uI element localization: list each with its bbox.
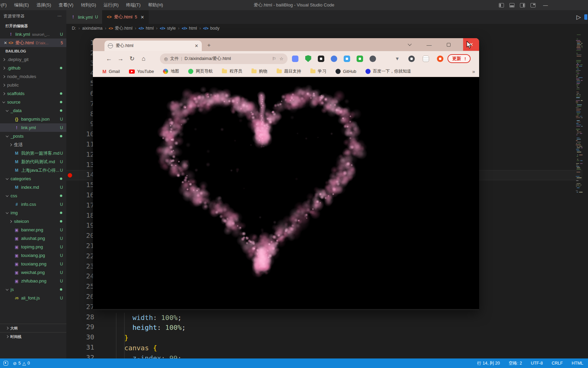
file-tree-item[interactable]: ▣aliushat.pngU [0,234,66,243]
ext-reader-icon[interactable] [343,55,350,62]
bookmark-学习[interactable]: 学习 [310,68,326,74]
customize-layout-icon[interactable] [530,3,536,7]
file-tree-item[interactable]: categories [0,174,66,183]
forward-icon[interactable]: → [115,55,126,62]
menu-7[interactable]: 终端(T) [122,0,144,10]
file-tree-item[interactable]: ▣touxiang.jpgU [0,251,66,260]
breadcrumb-item[interactable]: </>html [138,26,154,31]
breadcrumb-item[interactable]: <>爱心.html [109,26,132,31]
file-tree-item[interactable]: JSali_font.jsU [0,294,66,302]
open-editor-row[interactable]: ✕<>爱心.htmlD:\aix...5 [0,39,66,47]
ext-blue-docs-icon[interactable] [330,55,338,62]
file-tree-item[interactable]: .github [0,64,66,72]
file-tree-item[interactable]: js [0,285,66,294]
site-info-icon[interactable]: ◎ [164,56,168,61]
bookmark-YouTube[interactable]: YouTube [129,69,154,74]
problems-status[interactable]: ⊘ 5 △ 0 [13,361,30,366]
file-tree-item[interactable]: public [0,81,66,89]
outline-panel-header[interactable]: 大纲 [0,324,66,332]
file-tree-item[interactable]: siteicon [0,217,66,226]
menu-3[interactable]: 选择(S) [33,0,55,10]
bookmarks-overflow-icon[interactable]: » [472,68,474,74]
tab-close-icon[interactable]: ✕ [195,43,198,48]
file-tree-item[interactable]: ▣zhifubao.pngU [0,277,66,285]
ext-adblock-shield-icon[interactable] [305,55,312,62]
menu-1[interactable]: 文件(F) [0,0,11,10]
file-tree-item[interactable]: source [0,98,66,106]
minimize-button[interactable]: — [543,2,548,8]
bookmark-题目支持[interactable]: 题目支持 [277,68,301,74]
more-actions-icon[interactable]: ⋯ [58,10,62,22]
bookmark-star-icon[interactable]: ☆ [279,56,283,61]
ext-v-icon[interactable]: ▼ [394,55,401,62]
browser-minimize-button[interactable]: — [425,38,434,51]
open-editor-row[interactable]: !link.ymlsource\_...U [0,30,66,39]
bookmark-购物[interactable]: 购物 [251,68,267,74]
file-tree-item[interactable]: css [0,191,66,200]
profile-avatar[interactable] [437,55,444,62]
tab-link.yml[interactable]: !link.ymlU [66,10,102,24]
bookmark-程序员[interactable]: 程序员 [222,68,242,74]
run-button[interactable]: ▷ [576,14,581,21]
language-mode[interactable]: HTML [572,361,583,366]
open-editors-header[interactable]: 打开的编辑器 [0,22,66,30]
breadcrumb-item[interactable]: </>html [182,26,197,31]
toggle-secondary-sidebar-icon[interactable] [520,3,525,7]
ext-dark-circle-icon[interactable] [369,55,376,62]
timeline-panel-header[interactable]: 时间线 [0,332,66,341]
ext-blue-bird-icon[interactable] [292,55,299,62]
file-tree-item[interactable]: M我的第一篇博客.mdU [0,149,66,157]
project-header[interactable]: BAILIBLOG [0,47,66,55]
cursor-position[interactable]: 行 14, 列 20 [477,361,500,366]
file-tree-item[interactable]: ▣topimg.pngU [0,243,66,251]
back-icon[interactable]: ← [103,55,115,62]
menu-6[interactable]: 运行(R) [100,0,122,10]
ext-dark-bell-icon[interactable] [408,55,415,62]
file-tree-item[interactable]: .deploy_git [0,55,66,64]
file-tree-item[interactable]: img [0,209,66,217]
eol-sequence[interactable]: CRLF [552,361,563,366]
browser-tab[interactable]: 爱心.html ✕ [104,41,202,51]
bookmark-GitHub[interactable]: GitHub [336,69,356,74]
breadcrumb-item[interactable]: </>style [160,26,176,31]
close-editor-icon[interactable]: ✕ [3,41,8,45]
file-tree-item[interactable]: ▣weichat.pngU [0,268,66,277]
remote-indicator-icon[interactable] [3,361,8,366]
bookmark-百度一下，你就知道[interactable]: 百度一下，你就知道 [365,68,411,74]
file-tree-item[interactable]: {}bangumis.jsonU [0,115,66,123]
bookmark-Gmail[interactable]: MGmail [102,69,120,74]
file-tree-item[interactable]: ▣touxiang.pngU [0,260,66,268]
ext-green-pause-icon[interactable] [356,55,363,62]
toggle-panel-icon[interactable] [509,3,514,7]
file-tree-item[interactable]: !link.ymlU [0,123,66,132]
address-bar[interactable]: ◎ 文件 | D:/aixindaima/爱心.html ⚐ ☆ [160,53,288,64]
home-icon[interactable]: ⌂ [138,55,149,62]
split-editor-icon[interactable] [584,14,587,20]
file-tree-item[interactable]: Mindex.mdU [0,183,66,191]
toggle-sidebar-icon[interactable] [499,3,504,7]
tab-close-icon[interactable]: ✕ [141,15,144,20]
browser-maximize-button[interactable] [444,38,453,51]
breadcrumb-item[interactable]: </>body [203,26,219,31]
minimap[interactable] [575,33,583,197]
reload-icon[interactable]: ↻ [126,55,138,62]
flag-icon[interactable]: ⚐ [272,56,276,61]
tab-search-icon[interactable] [405,38,414,51]
menu-4[interactable]: 查看(V) [55,0,77,10]
file-tree-item[interactable]: _data [0,106,66,115]
file-tree-item[interactable]: 生活 [0,140,66,149]
breadcrumb-item[interactable]: D: [72,26,76,31]
file-tree-item[interactable]: M新的代码测试.mdU [0,157,66,166]
file-tree-item[interactable]: ▣banner.pngU [0,226,66,234]
browser-titlebar[interactable]: 爱心.html ✕ + — ✕ [93,38,479,51]
bookmark-网页导航[interactable]: 网页导航 [188,68,213,74]
menu-5[interactable]: 转到(G) [77,0,100,10]
ext-page-icon[interactable] [422,55,429,62]
file-tree-item[interactable]: #info.cssU [0,200,66,209]
new-tab-button[interactable]: + [207,42,211,49]
file-tree-item[interactable]: scaffolds [0,89,66,98]
menu-2[interactable]: 编辑(E) [11,0,33,10]
indentation[interactable]: 空格: 2 [509,361,522,366]
update-button[interactable]: 更新! [447,54,471,63]
menu-8[interactable]: 帮助(H) [144,0,167,10]
